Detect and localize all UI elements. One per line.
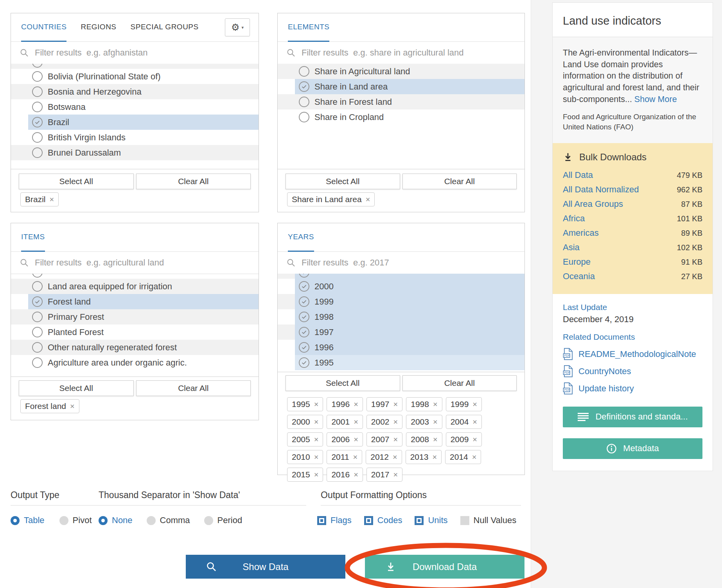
list-item[interactable]: 1998 — [278, 309, 524, 324]
selection-tag[interactable]: 2005× — [287, 432, 323, 446]
remove-icon[interactable]: × — [366, 195, 370, 204]
selection-tag[interactable]: 2010× — [287, 450, 323, 464]
selection-tag[interactable]: 2002× — [366, 415, 402, 429]
bulk-download-link[interactable]: Europe — [563, 257, 591, 267]
remove-icon[interactable]: × — [314, 470, 319, 479]
selection-tag[interactable]: 2004× — [446, 415, 482, 429]
years-filter-input[interactable] — [301, 257, 516, 268]
remove-icon[interactable]: × — [354, 400, 358, 409]
download-data-button[interactable]: Download Data — [365, 555, 524, 579]
list-item[interactable]: Agriculture area under organic agric. — [11, 355, 259, 370]
list-item[interactable]: 1995 — [278, 355, 524, 370]
list-item[interactable] — [11, 274, 259, 279]
list-item[interactable]: Bosnia and Herzegovina — [11, 84, 259, 99]
selection-tag[interactable]: 1995× — [287, 397, 323, 411]
selection-tag[interactable]: 1998× — [406, 397, 442, 411]
items-clear-all-button[interactable]: Clear All — [136, 380, 251, 396]
checkbox-null-values[interactable]: Null Values — [460, 515, 517, 525]
list-item[interactable]: 1997 — [278, 324, 524, 340]
selection-tag[interactable]: 2017× — [366, 468, 402, 482]
list-item[interactable]: Brunei Darussalam — [11, 145, 259, 160]
selection-tag[interactable]: 1996× — [327, 397, 363, 411]
list-item[interactable]: Land area equipped for irrigation — [11, 279, 259, 294]
list-item[interactable]: Share in Cropland — [278, 109, 524, 125]
show-more-link[interactable]: Show More — [634, 95, 677, 104]
selection-tag[interactable]: 2009× — [446, 432, 482, 446]
countries-clear-all-button[interactable]: Clear All — [136, 174, 251, 189]
remove-icon[interactable]: × — [393, 400, 398, 409]
list-item[interactable]: 1999 — [278, 294, 524, 309]
document-link[interactable]: Update history — [578, 384, 634, 394]
remove-icon[interactable]: × — [70, 402, 75, 411]
list-item[interactable]: Share in Agricultural land — [278, 64, 524, 79]
radio-none[interactable]: None — [99, 515, 133, 525]
items-select-all-button[interactable]: Select All — [19, 380, 134, 396]
tab-years[interactable]: YEARS — [288, 223, 314, 252]
document-link-row[interactable]: PDFREADME_MethodologicalNote — [563, 346, 702, 363]
list-item[interactable]: Share in Land area — [278, 79, 524, 94]
bulk-download-link[interactable]: Africa — [563, 213, 585, 224]
remove-icon[interactable]: × — [393, 453, 397, 462]
selection-tag[interactable]: 2000× — [287, 415, 323, 429]
bulk-download-link[interactable]: Americas — [563, 228, 599, 238]
selection-tag[interactable]: 1997× — [366, 397, 402, 411]
bulk-download-link[interactable]: Oceania — [563, 271, 595, 281]
tab-special-groups[interactable]: SPECIAL GROUPS — [131, 13, 199, 42]
selection-tag[interactable]: Brazil× — [20, 192, 59, 206]
checkbox-codes[interactable]: Codes — [364, 515, 402, 525]
remove-icon[interactable]: × — [50, 195, 54, 204]
remove-icon[interactable]: × — [314, 435, 319, 444]
remove-icon[interactable]: × — [354, 418, 358, 427]
elements-filter-input[interactable] — [301, 47, 516, 58]
bulk-download-link[interactable]: All Data — [563, 170, 593, 180]
selection-tag[interactable]: 2003× — [406, 415, 442, 429]
selection-tag[interactable]: 2007× — [366, 432, 402, 446]
selection-tag[interactable]: 2012× — [366, 450, 402, 464]
bulk-download-link[interactable]: All Data Normalized — [563, 185, 639, 195]
items-filter-input[interactable] — [34, 257, 250, 268]
radio-comma[interactable]: Comma — [147, 515, 190, 525]
years-select-all-button[interactable]: Select All — [286, 375, 400, 391]
remove-icon[interactable]: × — [393, 435, 398, 444]
selection-tag[interactable]: 2008× — [406, 432, 442, 446]
definitions-and-standards-button[interactable]: Definitions and standa... — [563, 407, 702, 427]
tab-items[interactable]: ITEMS — [21, 223, 45, 252]
remove-icon[interactable]: × — [433, 400, 438, 409]
document-link[interactable]: CountryNotes — [578, 366, 631, 376]
radio-table[interactable]: Table — [11, 515, 45, 525]
remove-icon[interactable]: × — [472, 435, 477, 444]
checkbox-units[interactable]: Units — [415, 515, 447, 525]
show-data-button[interactable]: Show Data — [186, 555, 345, 579]
countries-filter-input[interactable] — [34, 47, 250, 58]
settings-gear-button[interactable]: ⚙ ▾ — [225, 18, 250, 36]
radio-pivot[interactable]: Pivot — [59, 515, 92, 525]
remove-icon[interactable]: × — [354, 470, 358, 479]
remove-icon[interactable]: × — [472, 418, 477, 427]
remove-icon[interactable]: × — [314, 418, 319, 427]
elements-clear-all-button[interactable]: Clear All — [402, 174, 517, 189]
remove-icon[interactable]: × — [432, 453, 437, 462]
remove-icon[interactable]: × — [353, 453, 358, 462]
metadata-button[interactable]: Metadata — [563, 438, 702, 459]
selection-tag[interactable]: 2013× — [406, 450, 442, 464]
selection-tag[interactable]: 2014× — [445, 450, 481, 464]
selection-tag[interactable]: 1999× — [446, 397, 482, 411]
tab-regions[interactable]: REGIONS — [81, 13, 116, 42]
selection-tag[interactable]: 2001× — [327, 415, 363, 429]
selection-tag[interactable]: 2006× — [327, 432, 363, 446]
document-link-row[interactable]: PDFCountryNotes — [563, 363, 702, 380]
tab-countries[interactable]: COUNTRIES — [21, 13, 66, 42]
document-link-row[interactable]: PDFUpdate history — [563, 380, 702, 397]
list-item[interactable]: 1996 — [278, 340, 524, 355]
list-item[interactable]: British Virgin Islands — [11, 130, 259, 145]
remove-icon[interactable]: × — [314, 453, 319, 462]
bulk-download-link[interactable]: All Area Groups — [563, 199, 623, 209]
remove-icon[interactable]: × — [354, 435, 358, 444]
list-item[interactable]: Planted Forest — [11, 324, 259, 340]
list-item[interactable]: Forest land — [11, 294, 259, 309]
list-item[interactable]: Brazil — [11, 115, 259, 130]
countries-select-all-button[interactable]: Select All — [19, 174, 134, 189]
remove-icon[interactable]: × — [314, 400, 319, 409]
list-item[interactable] — [11, 64, 259, 69]
radio-period[interactable]: Period — [204, 515, 242, 525]
